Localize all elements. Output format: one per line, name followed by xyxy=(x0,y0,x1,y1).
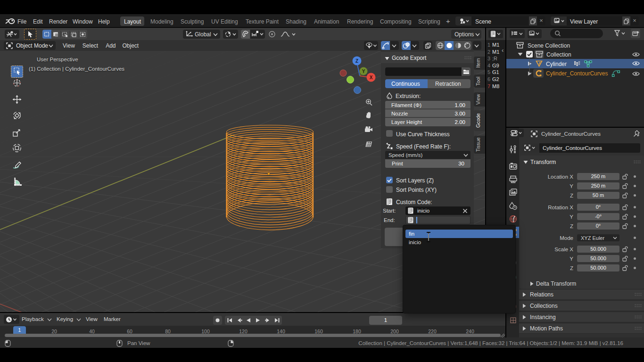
svg-text:Z: Z xyxy=(355,58,358,64)
svg-text:Y: Y xyxy=(362,69,365,74)
svg-text:X: X xyxy=(370,75,373,80)
